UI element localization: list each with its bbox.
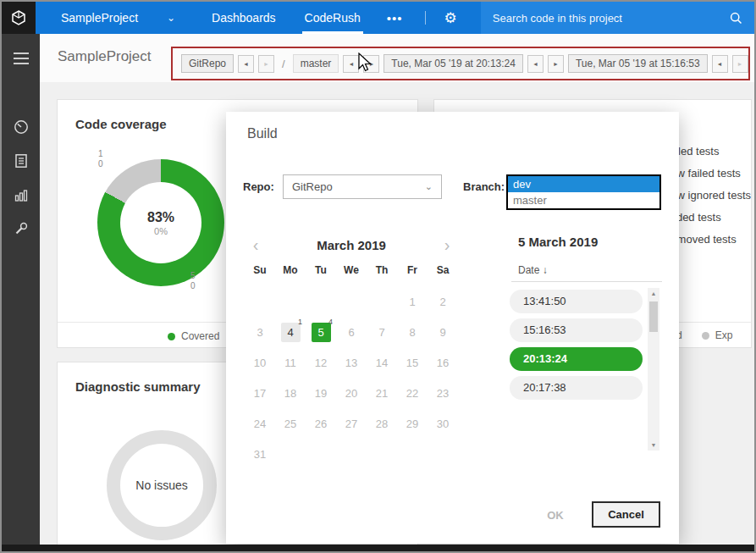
calendar-day-number: 31 <box>251 445 270 464</box>
branch-next-button[interactable]: ► <box>363 55 379 73</box>
calendar-day[interactable]: 14 <box>367 347 397 378</box>
calendar-day-number: 15 <box>403 353 422 373</box>
calendar-day-header: Tu <box>306 264 336 283</box>
build-time-item[interactable]: 20:17:38 <box>510 376 643 400</box>
build-time-item[interactable]: 15:16:53 <box>510 318 643 342</box>
nav-coderush[interactable]: CodeRush <box>290 2 375 34</box>
calendar-day[interactable]: 24 <box>245 408 275 439</box>
calendar-day[interactable]: 29 <box>397 408 428 439</box>
calendar-day-number: 2 <box>433 292 453 312</box>
build-time-item[interactable]: 20:13:24 <box>510 347 643 371</box>
calendar-next-icon[interactable]: › <box>436 235 458 254</box>
calendar-day[interactable]: 19 <box>306 378 336 408</box>
branch-chip[interactable]: master <box>293 54 339 73</box>
calendar-day[interactable]: 30 <box>428 408 458 439</box>
calendar-day-number: 3 <box>251 323 270 342</box>
dashboard-gauge-icon[interactable] <box>13 119 30 135</box>
calendar-day-number: 14 <box>372 353 392 373</box>
settings-gear-icon[interactable]: ⚙ <box>436 9 466 27</box>
calendar-prev-icon[interactable]: ‹ <box>245 235 267 254</box>
coverage-percent: 83% <box>147 210 174 225</box>
calendar-day[interactable]: 31 <box>245 439 275 469</box>
calendar-day[interactable]: 27 <box>336 408 367 439</box>
calendar-day[interactable]: 7 <box>367 317 397 347</box>
calendar-day-number: 24 <box>251 414 270 434</box>
calendar-day[interactable]: 13 <box>336 347 367 378</box>
breadcrumb-separator: / <box>282 58 285 70</box>
trend-chart-icon[interactable] <box>13 186 30 203</box>
branch-prev-button[interactable]: ◄ <box>343 55 359 73</box>
annotation-rectangle: GitRepo ◄ ► / master ◄ ► Tue, Mar 05 '19… <box>171 47 750 80</box>
calendar-day[interactable]: 12 <box>306 347 336 378</box>
search-bar <box>481 2 754 34</box>
calendar-day[interactable]: 20 <box>336 378 367 408</box>
calendar-day[interactable]: 41 <box>275 317 306 347</box>
calendar-day[interactable]: 6 <box>336 317 367 347</box>
calendar-day-header: Su <box>245 264 275 283</box>
calendar-day[interactable]: 15 <box>397 347 428 378</box>
calendar-day <box>336 286 367 317</box>
calendar-day[interactable]: 54 <box>306 317 336 347</box>
build-from-chip[interactable]: Tue, Mar 05 '19 at 20:13:24 <box>384 54 523 73</box>
build-to-chip[interactable]: Tue, Mar 05 '19 at 15:16:53 <box>568 54 708 73</box>
wrench-icon[interactable] <box>13 220 30 237</box>
calendar-day-headers: SuMoTuWeThFrSa <box>245 264 458 283</box>
calendar-day <box>367 439 397 469</box>
build-time-item[interactable]: 13:41:50 <box>510 290 643 313</box>
search-icon[interactable] <box>730 12 742 25</box>
calendar-day[interactable]: 17 <box>245 378 275 408</box>
calendar-day-number: 17 <box>251 384 270 403</box>
repo-prev-button[interactable]: ◄ <box>238 55 254 73</box>
calendar-day[interactable]: 25 <box>275 408 306 439</box>
calendar-day[interactable]: 22 <box>397 378 428 408</box>
calendar-day[interactable]: 11 <box>275 347 306 378</box>
build-dialog: Build Repo: GitRepo ⌄ Branch: devmaster … <box>226 112 679 544</box>
test-report-icon[interactable] <box>13 152 30 169</box>
build-from-next-button[interactable]: ► <box>548 55 564 73</box>
cancel-button[interactable]: Cancel <box>592 501 660 528</box>
branch-option[interactable]: master <box>508 192 659 208</box>
topbar-divider <box>425 11 426 25</box>
calendar-day-number: 19 <box>312 384 331 403</box>
calendar-day-number: 30 <box>433 414 453 434</box>
repo-dropdown[interactable]: GitRepo ⌄ <box>283 174 442 199</box>
ok-button[interactable]: OK <box>529 503 582 528</box>
scrollbar-thumb[interactable] <box>649 301 658 332</box>
calendar-day[interactable]: 1 <box>397 286 428 317</box>
project-selector-menu[interactable]: SampleProject ⌄ <box>36 2 197 34</box>
build-from-prev-button[interactable]: ◄ <box>527 55 544 73</box>
calendar-day <box>367 286 397 317</box>
calendar-day[interactable]: 23 <box>428 378 458 408</box>
nav-dashboards[interactable]: Dashboards <box>197 2 290 34</box>
calendar-day[interactable]: 9 <box>428 317 458 347</box>
date-sort-column-header[interactable]: Date ↓ <box>518 264 548 276</box>
calendar-day[interactable]: 18 <box>275 378 306 408</box>
calendar-day[interactable]: 10 <box>245 347 275 378</box>
hamburger-menu-icon[interactable] <box>14 53 29 64</box>
scroll-down-icon[interactable]: ▼ <box>648 442 659 448</box>
app-logo[interactable] <box>2 2 36 34</box>
calendar-day[interactable]: 21 <box>367 378 397 408</box>
nav-more-button[interactable]: ••• <box>375 11 415 25</box>
branch-dropdown-open-list: devmaster <box>506 174 661 210</box>
calendar-day <box>397 439 428 469</box>
scroll-up-icon[interactable]: ▲ <box>648 290 659 296</box>
calendar-day[interactable]: 28 <box>367 408 397 439</box>
build-to-prev-button[interactable]: ◄ <box>712 55 728 73</box>
repo-chip[interactable]: GitRepo <box>181 54 234 73</box>
search-input[interactable] <box>493 12 730 25</box>
coverage-card-title: Code coverage <box>75 117 167 131</box>
calendar-day[interactable]: 2 <box>428 286 458 317</box>
calendar-day[interactable]: 8 <box>397 317 428 347</box>
calendar-day[interactable]: 3 <box>245 317 275 347</box>
calendar-day-number: 7 <box>372 323 392 342</box>
calendar-day[interactable]: 26 <box>306 408 336 439</box>
calendar-day-number: 1 <box>403 292 422 312</box>
build-time-list: 13:41:5015:16:5320:13:2420:17:38 <box>510 290 643 400</box>
coderush-logo-icon <box>10 9 27 26</box>
calendar-day-header: Th <box>367 264 397 283</box>
branch-option[interactable]: dev <box>508 176 659 192</box>
coverage-donut-chart: 83% 0% <box>97 159 224 286</box>
times-scrollbar[interactable]: ▲ ▼ <box>648 288 659 451</box>
calendar-day[interactable]: 16 <box>428 347 458 378</box>
